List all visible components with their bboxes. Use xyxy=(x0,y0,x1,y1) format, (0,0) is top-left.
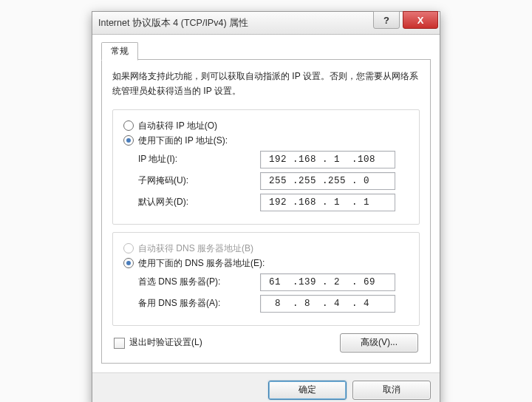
subnet-label: 子网掩码(U): xyxy=(138,174,260,187)
close-button[interactable]: X xyxy=(403,11,438,29)
gateway-label: 默认网关(D): xyxy=(138,196,260,208)
window-title: Internet 协议版本 4 (TCP/IPv4) 属性 xyxy=(98,17,373,30)
radio-icon xyxy=(123,258,134,268)
radio-auto-dns: 自动获得 DNS 服务器地址(B) xyxy=(123,242,409,255)
radio-manual-dns-label: 使用下面的 DNS 服务器地址(E): xyxy=(138,257,265,270)
description-text: 如果网络支持此功能，则可以获取自动指派的 IP 设置。否则，您需要从网络系统管理… xyxy=(112,69,420,99)
ip-address-input[interactable]: 192 .168 . 1 .108 xyxy=(260,151,395,168)
radio-manual-dns[interactable]: 使用下面的 DNS 服务器地址(E): xyxy=(123,257,409,270)
radio-manual-ip[interactable]: 使用下面的 IP 地址(S): xyxy=(123,134,409,147)
validate-checkbox[interactable]: 退出时验证设置(L) xyxy=(114,336,202,349)
ipv4-properties-dialog: Internet 协议版本 4 (TCP/IPv4) 属性 ? X 常规 如果网… xyxy=(92,11,440,402)
advanced-button[interactable]: 高级(V)... xyxy=(340,333,418,352)
radio-icon xyxy=(123,243,134,253)
radio-auto-ip[interactable]: 自动获得 IP 地址(O) xyxy=(123,120,409,132)
ip-label: IP 地址(I): xyxy=(138,153,260,166)
checkbox-icon xyxy=(114,338,125,349)
tab-panel-general: 如果网络支持此功能，则可以获取自动指派的 IP 设置。否则，您需要从网络系统管理… xyxy=(101,59,431,364)
titlebar[interactable]: Internet 协议版本 4 (TCP/IPv4) 属性 ? X xyxy=(92,12,440,35)
tabstrip: 常规 xyxy=(101,42,431,60)
radio-icon xyxy=(123,120,134,131)
dns-group: 自动获得 DNS 服务器地址(B) 使用下面的 DNS 服务器地址(E): 首选… xyxy=(112,232,420,326)
subnet-mask-input[interactable]: 255 .255 .255 . 0 xyxy=(260,172,395,190)
dialog-footer: 确定 取消 xyxy=(92,372,440,402)
radio-icon xyxy=(123,135,134,146)
alternate-dns-input[interactable]: 8 . 8 . 4 . 4 xyxy=(260,295,395,313)
radio-manual-ip-label: 使用下面的 IP 地址(S): xyxy=(138,134,228,147)
radio-auto-dns-label: 自动获得 DNS 服务器地址(B) xyxy=(138,242,253,255)
alternate-dns-label: 备用 DNS 服务器(A): xyxy=(138,297,260,310)
primary-dns-input[interactable]: 61 .139 . 2 . 69 xyxy=(260,273,395,291)
help-button[interactable]: ? xyxy=(373,11,400,29)
cancel-button[interactable]: 取消 xyxy=(352,381,431,400)
validate-label: 退出时验证设置(L) xyxy=(129,337,202,347)
default-gateway-input[interactable]: 192 .168 . 1 . 1 xyxy=(260,194,395,211)
tab-general[interactable]: 常规 xyxy=(101,42,138,61)
primary-dns-label: 首选 DNS 服务器(P): xyxy=(138,276,260,288)
radio-auto-ip-label: 自动获得 IP 地址(O) xyxy=(138,120,217,132)
ok-button[interactable]: 确定 xyxy=(268,381,347,400)
ip-group: 自动获得 IP 地址(O) 使用下面的 IP 地址(S): IP 地址(I): … xyxy=(112,109,420,225)
